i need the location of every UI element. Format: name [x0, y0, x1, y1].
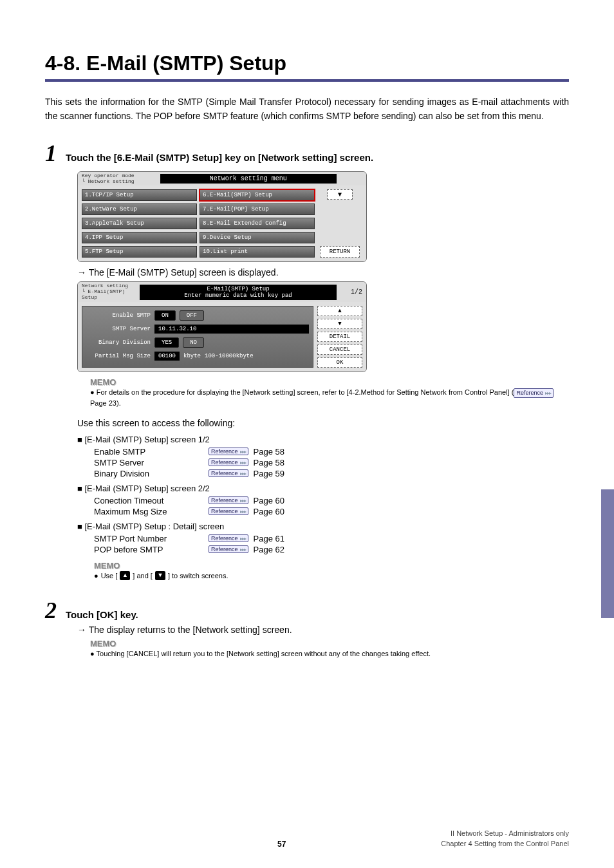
- bullet-icon: [90, 650, 97, 657]
- page-ref: Page 59: [254, 469, 284, 478]
- page-ref: Page 62: [254, 545, 284, 554]
- menu-ipp-setup[interactable]: 4.IPP Setup: [82, 232, 197, 243]
- network-setting-menu-screenshot: Key operator mode └ Network setting Netw…: [77, 171, 569, 263]
- page-ref: Page 60: [254, 507, 284, 516]
- panel2-title: E-Mail(SMTP) Setup Enter numeric data wi…: [140, 285, 337, 300]
- panel2-page-indicator: 1/2: [337, 288, 362, 296]
- partial-msg-size-field[interactable]: 00100: [154, 352, 180, 361]
- menu-email-pop-setup[interactable]: 7.E-Mail(POP) Setup: [200, 203, 315, 215]
- menu-email-extended-config[interactable]: 8.E-Mail Extended Config: [200, 218, 315, 229]
- memo1-label: MEMO: [90, 377, 569, 387]
- panel2-ok-button[interactable]: OK: [317, 357, 362, 368]
- smtp-server-field[interactable]: 10.11.32.10: [154, 325, 309, 334]
- panel1-down-arrow-button[interactable]: [327, 189, 353, 200]
- group3-heading: [E-Mail (SMTP) Setup : Detail] screen: [77, 522, 569, 531]
- binary-division-no-button[interactable]: NO: [183, 337, 204, 348]
- bullet-icon: [94, 571, 98, 581]
- step-1-text: Touch the [6.E-Mail (SMTP) Setup] key on…: [66, 152, 373, 163]
- row-binary-division: Binary Division YES NO: [86, 337, 309, 348]
- intro-paragraph: This sets the information for the SMTP (…: [45, 95, 569, 124]
- memo2-body: Use [ ▲ ] and [ ▼ ] to switch screens.: [94, 571, 569, 581]
- reference-badge: Reference: [209, 458, 248, 466]
- section-side-tab: [601, 489, 614, 618]
- step2-result-line: → The display returns to the [Network se…: [77, 625, 569, 635]
- menu-device-setup[interactable]: 9.Device Setup: [200, 232, 315, 243]
- title-underline: [45, 79, 569, 82]
- panel2-breadcrumb: Network setting └ E-Mail(SMTP) Setup: [82, 283, 140, 300]
- memo1-text-prefix: For details on the procedure for display…: [97, 388, 514, 396]
- panel1-bc-line2: └ Network setting: [82, 179, 135, 185]
- memo2-prefix: Use [: [101, 571, 118, 581]
- arrow-up-icon: ▲: [120, 571, 130, 580]
- page-ref: Page 61: [254, 534, 284, 543]
- list-item: POP before SMTP Reference Page 62: [94, 545, 569, 554]
- group2-heading: [E-Mail (SMTP) Setup] screen 2/2: [77, 484, 569, 493]
- partial-msg-size-range: 100-10000kbyte: [205, 353, 254, 359]
- reference-badge: Reference: [209, 534, 248, 542]
- label-partial-msg-size: Partial Msg Size: [86, 353, 151, 359]
- memo2-suffix: ] to switch screens.: [168, 571, 228, 581]
- footer-right-line2: Chapter 4 Setting from the Control Panel: [441, 839, 569, 849]
- footer-right-line1: II Network Setup - Administrators only: [441, 829, 569, 838]
- bullet-icon: [90, 388, 97, 396]
- group1-heading: [E-Mail (SMTP) Setup] screen 1/2: [77, 435, 569, 444]
- memo3-body: Touching [CANCEL] will return you to the…: [90, 648, 569, 659]
- item-smtp-server: SMTP Server: [94, 458, 203, 467]
- item-binary-division: Binary Division: [94, 469, 203, 478]
- item-smtp-port-number: SMTP Port Number: [94, 534, 203, 543]
- menu-netware-setup[interactable]: 2.NetWare Setup: [82, 203, 197, 215]
- list-item: SMTP Port Number Reference Page 61: [94, 534, 569, 543]
- panel1-title: Network setting menu: [160, 174, 337, 184]
- arrow-down-icon: ▼: [155, 571, 165, 580]
- panel2-down-arrow-button[interactable]: [317, 319, 362, 329]
- binary-division-yes-button[interactable]: YES: [154, 337, 179, 348]
- step-2-heading: 2 Touch [OK] key.: [45, 599, 569, 622]
- page-title: 4-8. E-Mail (SMTP) Setup: [45, 52, 569, 75]
- footer-page-number: 57: [122, 840, 441, 849]
- label-binary-division: Binary Division: [86, 339, 151, 346]
- step1-result-line: → The [E-Mail (SMTP) Setup] screen is di…: [77, 267, 569, 278]
- reference-badge: Reference: [209, 469, 248, 477]
- enable-smtp-on-button[interactable]: ON: [154, 310, 176, 321]
- menu-list-print[interactable]: 10.List print: [200, 246, 315, 258]
- subintro-text: Use this screen to access the following:: [77, 418, 569, 428]
- step-2-text: Touch [OK] key.: [66, 609, 138, 620]
- arrow-up-icon: [338, 308, 341, 314]
- step-2-number: 2: [45, 599, 57, 622]
- memo1-text-suffix: Page 23).: [90, 399, 121, 407]
- list-item: Conection Timeout Reference Page 60: [94, 496, 569, 505]
- partial-msg-size-unit: kbyte: [183, 353, 201, 359]
- menu-ftp-setup[interactable]: 5.FTP Setup: [82, 246, 197, 258]
- enable-smtp-off-button[interactable]: OFF: [180, 310, 204, 321]
- reference-badge: Reference: [209, 545, 248, 553]
- memo3-text: Touching [CANCEL] will return you to the…: [97, 650, 431, 657]
- panel2-title-line1: E-Mail(SMTP) Setup: [142, 286, 334, 292]
- list-item: Enable SMTP Reference Page 58: [94, 447, 569, 457]
- step-1-heading: 1 Touch the [6.E-Mail (SMTP) Setup] key …: [45, 142, 569, 165]
- memo2-label: MEMO: [94, 561, 569, 571]
- panel2-up-arrow-button[interactable]: [317, 306, 362, 316]
- label-smtp-server: SMTP Server: [86, 326, 151, 332]
- menu-appletalk-setup[interactable]: 3.AppleTalk Setup: [82, 218, 197, 229]
- panel1-return-button[interactable]: RETURN: [320, 246, 360, 258]
- arrow-down-icon: [338, 191, 342, 198]
- row-partial-msg-size: Partial Msg Size 00100 kbyte 100-10000kb…: [86, 352, 309, 361]
- panel2-title-line2: Enter numeric data with key pad: [142, 292, 334, 299]
- menu-email-smtp-setup[interactable]: 6.E-Mail(SMTP) Setup: [200, 189, 315, 201]
- row-enable-smtp: Enable SMTP ON OFF: [86, 310, 309, 321]
- reference-badge: Reference: [209, 507, 248, 515]
- item-connection-timeout: Conection Timeout: [94, 496, 203, 505]
- memo1-body: For details on the procedure for display…: [90, 387, 569, 409]
- arrow-down-icon: [338, 321, 341, 327]
- panel2-detail-button[interactable]: DETAIL: [317, 332, 362, 342]
- memo2-mid: ] and [: [133, 571, 153, 581]
- panel2-cancel-button[interactable]: CANCEL: [317, 344, 362, 355]
- reference-badge: Reference: [209, 496, 248, 504]
- panel1-breadcrumb: Key operator mode └ Network setting: [82, 173, 135, 185]
- page-ref: Page 60: [254, 496, 284, 505]
- step-1-number: 1: [45, 142, 57, 165]
- email-smtp-setup-screenshot: Network setting └ E-Mail(SMTP) Setup E-M…: [77, 281, 569, 372]
- reference-badge: Reference: [209, 448, 248, 455]
- page-footer: 57 II Network Setup - Administrators onl…: [45, 829, 569, 849]
- menu-tcpip-setup[interactable]: 1.TCP/IP Setup: [82, 189, 197, 201]
